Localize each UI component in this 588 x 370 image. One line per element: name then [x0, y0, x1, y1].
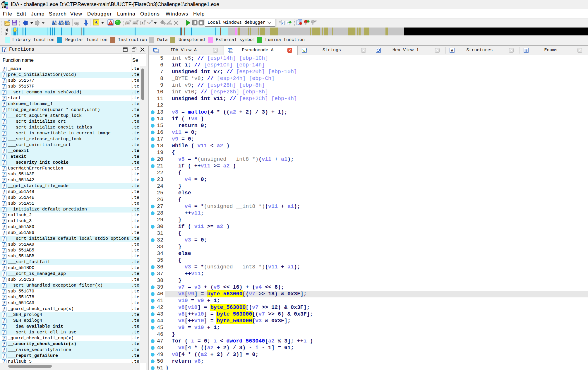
svg-text:‘s’: ‘s’	[147, 21, 151, 25]
svg-text:T: T	[62, 22, 63, 25]
svg-text:101: 101	[68, 23, 70, 25]
svg-text:c: c	[282, 22, 284, 25]
svg-text:c: c	[287, 22, 289, 25]
svg-text:CODE: CODE	[126, 23, 130, 25]
svg-text:A: A	[141, 22, 144, 25]
svg-text:19: 19	[6, 7, 8, 8]
svg-text:#: #	[55, 22, 57, 25]
svg-text:A: A	[95, 20, 98, 25]
svg-text:DATA: DATA	[133, 23, 137, 25]
